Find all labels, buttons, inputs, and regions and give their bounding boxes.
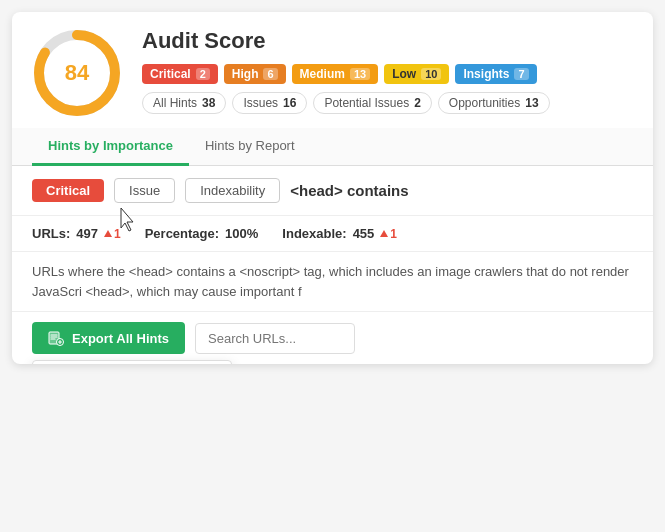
badge-critical[interactable]: Critical 2 bbox=[142, 64, 218, 84]
header-right: Audit Score Critical 2 High 6 Medium 13 … bbox=[142, 28, 633, 114]
filter-pills: All Hints 38 Issues 16 Potential Issues … bbox=[142, 92, 633, 114]
filter-all-hints[interactable]: All Hints 38 bbox=[142, 92, 226, 114]
issue-header-row: Critical Issue Indexability <head> conta… bbox=[12, 166, 653, 216]
category-tag[interactable]: Indexability bbox=[185, 178, 280, 203]
export-all-hints-button[interactable]: Export All Hints bbox=[32, 322, 185, 354]
toolbar-row: Export All Hints Export to CSV (zipped) … bbox=[12, 312, 653, 364]
filter-issues[interactable]: Issues 16 bbox=[232, 92, 307, 114]
audit-card: 84 Audit Score Critical 2 High 6 Medium … bbox=[12, 12, 653, 364]
export-dropdown-menu: Export to CSV (zipped) Export to Google … bbox=[32, 360, 232, 364]
stat-urls: URLs: 497 1 bbox=[32, 226, 121, 241]
stat-indexable: Indexable: 455 1 bbox=[282, 226, 397, 241]
severity-tag[interactable]: Critical bbox=[32, 179, 104, 202]
type-tag[interactable]: Issue bbox=[114, 178, 175, 203]
stat-percentage: Percentage: 100% bbox=[145, 226, 259, 241]
search-urls-input[interactable] bbox=[195, 323, 355, 354]
content-area: Critical Issue Indexability <head> conta… bbox=[12, 166, 653, 364]
export-csv-item[interactable]: Export to CSV (zipped) bbox=[33, 361, 231, 364]
issue-description: URLs where the <head> contains a <noscri… bbox=[12, 252, 653, 312]
score-value: 84 bbox=[65, 60, 89, 86]
badge-insights[interactable]: Insights 7 bbox=[455, 64, 536, 84]
stat-indexable-delta: 1 bbox=[380, 227, 397, 241]
badge-medium[interactable]: Medium 13 bbox=[292, 64, 379, 84]
tabs-row: Hints by Importance Hints by Report bbox=[12, 128, 653, 166]
tab-hints-by-report[interactable]: Hints by Report bbox=[189, 128, 311, 166]
badge-high[interactable]: High 6 bbox=[224, 64, 286, 84]
stats-row: URLs: 497 1 Percentage: 100% Indexable: … bbox=[12, 216, 653, 252]
severity-badges: Critical 2 High 6 Medium 13 Low 10 Insig… bbox=[142, 64, 633, 84]
audit-score-donut: 84 bbox=[32, 28, 122, 118]
up-arrow-icon bbox=[380, 230, 388, 237]
header-section: 84 Audit Score Critical 2 High 6 Medium … bbox=[12, 12, 653, 128]
export-icon bbox=[48, 330, 64, 346]
filter-potential-issues[interactable]: Potential Issues 2 bbox=[313, 92, 431, 114]
up-arrow-icon bbox=[104, 230, 112, 237]
tab-hints-by-importance[interactable]: Hints by Importance bbox=[32, 128, 189, 166]
stat-urls-delta: 1 bbox=[104, 227, 121, 241]
page-title: Audit Score bbox=[142, 28, 633, 54]
filter-opportunities[interactable]: Opportunities 13 bbox=[438, 92, 550, 114]
issue-title: <head> contains bbox=[290, 182, 408, 199]
badge-low[interactable]: Low 10 bbox=[384, 64, 449, 84]
